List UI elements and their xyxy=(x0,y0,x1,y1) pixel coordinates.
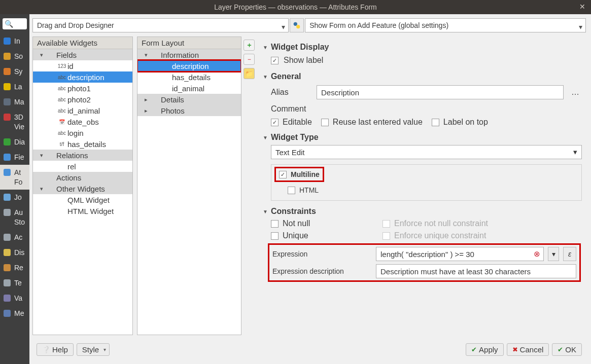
tree-field-photo2[interactable]: abcphoto2 xyxy=(33,94,132,105)
svg-rect-4 xyxy=(4,98,11,105)
sidebar-item-render[interactable]: Re xyxy=(0,260,29,275)
ok-button[interactable]: ✔ OK xyxy=(552,343,582,356)
layout-field-has_details[interactable]: has_details xyxy=(137,71,241,83)
sidebar-item-actions[interactable]: Ac xyxy=(0,230,29,245)
3d-icon xyxy=(2,112,12,122)
tree-group-actions[interactable]: Actions xyxy=(33,172,132,183)
field-type-icon: abc xyxy=(56,97,67,102)
layout-field-id_animal[interactable]: id_animal xyxy=(137,83,241,94)
section-widget-display[interactable]: ▼ Widget Display xyxy=(263,43,582,52)
sidebar-item-meta[interactable]: Me xyxy=(0,306,29,321)
form-layout-tree[interactable]: ▾Informationdescriptionhas_detailsid_ani… xyxy=(137,49,241,335)
tree-field-has_details[interactable]: t/fhas_details xyxy=(33,138,132,150)
sidebar-item-source[interactable]: So xyxy=(0,49,29,64)
form-layout-title: Form Layout xyxy=(137,37,241,49)
tree-item-label: login xyxy=(67,129,84,137)
tree-item-label: Relations xyxy=(56,151,88,160)
remove-item-button[interactable]: － xyxy=(244,54,255,65)
expression-input[interactable]: length( "description" ) >= 30 ⊗ xyxy=(376,247,544,261)
layout-field-description[interactable]: description xyxy=(137,60,241,71)
form-editor-mode-select[interactable]: Drag and Drop Designer ▾ xyxy=(32,18,289,32)
tree-field-id_animal[interactable]: abcid_animal xyxy=(33,105,132,116)
tree-field-date_obs[interactable]: 📅date_obs xyxy=(33,116,132,127)
sidebar-item-diag[interactable]: Dia xyxy=(0,134,29,150)
sidebar-item-joins[interactable]: Jo xyxy=(0,190,29,205)
tree-item-label: date_obs xyxy=(67,118,99,126)
expand-icon: ▾ xyxy=(143,52,150,58)
apply-button[interactable]: ✔ Apply xyxy=(466,343,504,356)
check-icon: ✔ xyxy=(471,346,477,353)
help-button[interactable]: ❔ Help xyxy=(37,343,74,356)
sidebar-item-display[interactable]: Dis xyxy=(0,245,29,260)
editable-checkbox[interactable] xyxy=(271,119,279,126)
source-icon xyxy=(2,51,12,61)
tree-item-label: Actions xyxy=(56,173,81,182)
check-icon: ✔ xyxy=(558,346,563,353)
expression-builder-button[interactable]: ε xyxy=(563,247,576,261)
sidebar-item-vars[interactable]: Va xyxy=(0,290,29,306)
tree-group-relations[interactable]: ▾Relations xyxy=(33,150,132,161)
expression-history-button[interactable]: ▾ xyxy=(548,247,559,261)
sidebar-item-label: Dis xyxy=(14,248,24,257)
sidebar-item-label: At xyxy=(14,168,21,176)
editable-label: Editable xyxy=(283,118,312,127)
form-suppress-select[interactable]: Show Form on Add Feature (global setting… xyxy=(305,18,586,32)
edit-item-button[interactable]: 📁 xyxy=(244,68,255,79)
tree-group-other[interactable]: ▾Other Widgets xyxy=(33,183,132,194)
alias-input[interactable]: Description xyxy=(317,85,564,99)
layout-group-Details[interactable]: ▸Details xyxy=(137,94,241,105)
python-init-button[interactable] xyxy=(290,18,304,32)
sidebar-item-symb[interactable]: Sy xyxy=(0,64,29,79)
sidebar-item-temporal[interactable]: Te xyxy=(0,275,29,290)
svg-rect-10 xyxy=(4,209,11,216)
svg-rect-11 xyxy=(4,234,11,241)
add-tab-button[interactable]: ＋ xyxy=(244,40,255,51)
dialog-footer: ❔ Help Style ✔ Apply ✖ Cancel ✔ OK xyxy=(32,339,586,359)
collapse-icon: ▼ xyxy=(263,45,268,50)
sidebar-item-label: Me xyxy=(14,309,24,317)
tree-field-photo1[interactable]: abcphoto1 xyxy=(33,83,132,94)
layout-group-Information[interactable]: ▾Information xyxy=(137,49,241,60)
multiline-checkbox[interactable] xyxy=(279,171,287,178)
sidebar-item-3d-line2[interactable]: Vie xyxy=(0,122,29,134)
tree-other-QML-Widget[interactable]: QML Widget xyxy=(33,194,132,205)
alias-expression-button[interactable]: … xyxy=(569,88,582,97)
show-label-checkbox[interactable] xyxy=(271,57,279,64)
cancel-button[interactable]: ✖ Cancel xyxy=(507,343,549,356)
section-widget-type[interactable]: ▼ Widget Type xyxy=(263,133,582,142)
sidebar-item-fields[interactable]: Fie xyxy=(0,150,29,165)
close-icon[interactable]: ✕ xyxy=(579,3,586,10)
svg-rect-12 xyxy=(4,249,11,256)
tree-relation-rel[interactable]: rel xyxy=(33,161,132,172)
sidebar-search-input[interactable]: 🔍 xyxy=(3,18,27,29)
available-widgets-tree[interactable]: ▾Fields123idabcdescriptionabcphoto1abcph… xyxy=(33,49,132,335)
widget-type-select[interactable]: Text Edit ▾ xyxy=(271,145,582,159)
sidebar-item-attrform-line2[interactable]: Fo xyxy=(0,177,29,190)
tree-field-description[interactable]: abcdescription xyxy=(33,71,132,83)
reuse-value-checkbox[interactable] xyxy=(321,119,329,126)
sidebar-item-aux-line2[interactable]: Sto xyxy=(0,217,29,230)
sidebar-item-labels[interactable]: La xyxy=(0,79,29,94)
tree-field-id[interactable]: 123id xyxy=(33,60,132,71)
not-null-checkbox[interactable] xyxy=(271,220,279,228)
sidebar-item-masks[interactable]: Ma xyxy=(0,94,29,110)
unique-checkbox[interactable] xyxy=(271,232,279,240)
expression-desc-label: Expression description xyxy=(272,267,372,275)
tree-other-HTML-Widget[interactable]: HTML Widget xyxy=(33,205,132,216)
style-menu-button[interactable]: Style xyxy=(77,343,110,356)
section-constraints[interactable]: ▼ Constraints xyxy=(263,207,582,216)
label-on-top-checkbox[interactable] xyxy=(432,119,439,126)
tree-group-fields[interactable]: ▾Fields xyxy=(33,49,132,60)
sidebar-item-label: La xyxy=(14,83,22,91)
section-general[interactable]: ▼ General xyxy=(263,72,582,81)
layout-group-Photos[interactable]: ▸Photos xyxy=(137,105,241,116)
expression-desc-input[interactable]: Description must have at least 30 charac… xyxy=(376,264,576,278)
clear-icon[interactable]: ⊗ xyxy=(534,249,540,259)
svg-rect-14 xyxy=(4,279,11,286)
sidebar-item-label: Va xyxy=(14,294,22,302)
html-checkbox[interactable] xyxy=(288,187,295,194)
tree-field-login[interactable]: abclogin xyxy=(33,127,132,138)
sidebar-item-info[interactable]: In xyxy=(0,33,29,49)
tree-item-label: id_animal xyxy=(172,84,204,93)
svg-rect-9 xyxy=(4,194,11,201)
